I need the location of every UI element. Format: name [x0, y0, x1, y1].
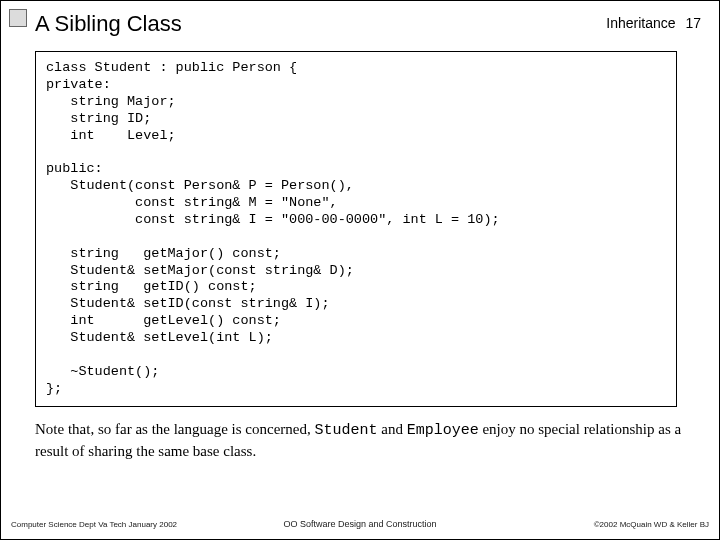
note-text: Note that, so far as the language is con… — [35, 421, 314, 437]
page-number: 17 — [685, 15, 701, 31]
note-text: and — [378, 421, 407, 437]
note-code-student: Student — [314, 422, 377, 439]
footer-right: ©2002 McQuain WD & Keller BJ — [594, 520, 709, 529]
topic-label: Inheritance — [606, 15, 675, 31]
note-paragraph: Note that, so far as the language is con… — [35, 419, 683, 462]
note-code-employee: Employee — [407, 422, 479, 439]
slide-title: A Sibling Class — [35, 11, 182, 37]
corner-decoration — [9, 9, 27, 27]
code-block: class Student : public Person { private:… — [35, 51, 677, 407]
slide: A Sibling Class Inheritance 17 class Stu… — [0, 0, 720, 540]
header-right: Inheritance 17 — [606, 15, 701, 31]
